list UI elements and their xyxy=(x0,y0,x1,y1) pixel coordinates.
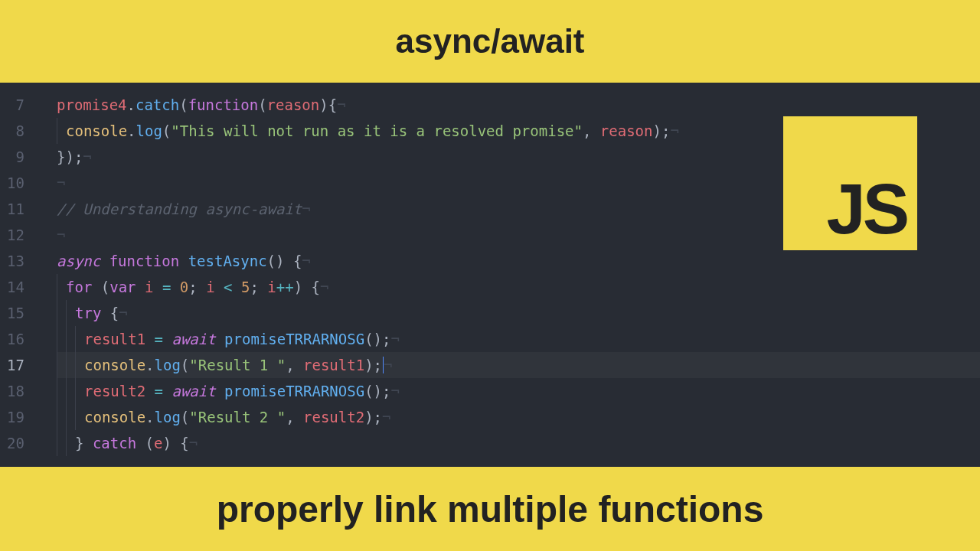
line-number: 15 xyxy=(0,300,38,326)
code-line[interactable]: async function testAsync() {¬ xyxy=(57,248,980,274)
line-number: 8 xyxy=(0,118,38,144)
line-number: 17 xyxy=(0,352,38,378)
line-number: 7 xyxy=(0,92,38,118)
code-line[interactable]: try {¬ xyxy=(57,300,980,326)
line-number: 13 xyxy=(0,248,38,274)
top-title: async/await xyxy=(395,22,584,60)
code-line[interactable]: result2 = await promiseTRRARNOSG();¬ xyxy=(57,378,980,404)
code-line[interactable]: for (var i = 0; i < 5; i++) {¬ xyxy=(57,274,980,300)
line-number: 14 xyxy=(0,274,38,300)
line-number: 11 xyxy=(0,196,38,222)
line-number: 18 xyxy=(0,378,38,404)
code-line[interactable]: promise4.catch(function(reason){¬ xyxy=(57,92,980,118)
top-banner: async/await xyxy=(0,0,980,83)
code-line[interactable]: } catch (e) {¬ xyxy=(57,430,980,456)
bottom-title: properly link multiple functions xyxy=(217,488,764,530)
bottom-banner: properly link multiple functions xyxy=(0,467,980,551)
page: async/await 7891011121314151617181920 pr… xyxy=(0,0,980,551)
line-number: 20 xyxy=(0,430,38,456)
line-number: 10 xyxy=(0,170,38,196)
js-logo-text: JS xyxy=(826,174,906,244)
js-logo: JS xyxy=(783,116,917,250)
code-line[interactable]: console.log("Result 2 ", result2);¬ xyxy=(57,404,980,430)
line-number: 16 xyxy=(0,326,38,352)
code-line[interactable]: result1 = await promiseTRRARNOSG();¬ xyxy=(57,326,980,352)
code-line[interactable]: console.log("Result 1 ", result1);¬ xyxy=(57,352,980,378)
line-number: 19 xyxy=(0,404,38,430)
line-number: 12 xyxy=(0,222,38,248)
line-number-gutter: 7891011121314151617181920 xyxy=(0,83,38,467)
line-number: 9 xyxy=(0,144,38,170)
